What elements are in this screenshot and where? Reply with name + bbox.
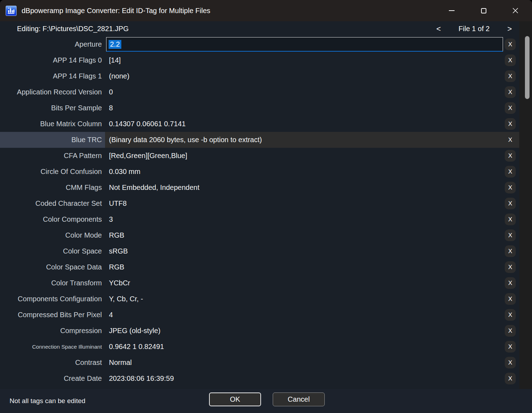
- clear-tag-button[interactable]: X: [505, 39, 516, 50]
- selected-input-text: 2.2: [109, 40, 121, 49]
- tag-value: 8: [109, 100, 503, 116]
- tag-label: Bits Per Sample: [0, 100, 105, 116]
- scrollbar-thumb[interactable]: [525, 36, 530, 99]
- tag-value: 0.14307 0.06061 0.7141: [109, 116, 503, 132]
- tag-label: Color Space Data: [0, 259, 105, 275]
- clear-tag-button[interactable]: X: [505, 134, 516, 146]
- tag-label: Connection Space Illuminant: [0, 339, 105, 355]
- clear-tag-button[interactable]: X: [505, 373, 516, 384]
- file-navigation: < File 1 of 2 >: [436, 25, 512, 33]
- tag-row: Color ModeRGBX: [0, 227, 519, 243]
- tag-row: Aperture2.2X: [0, 36, 519, 52]
- clear-tag-button[interactable]: X: [505, 182, 516, 193]
- clear-tag-button[interactable]: X: [505, 214, 516, 225]
- tag-row: Circle Of Confusion0.030 mmX: [0, 164, 519, 180]
- tag-row: Color Components3X: [0, 211, 519, 227]
- tag-value: (none): [109, 68, 503, 84]
- tag-label: Color Transform: [0, 275, 105, 291]
- clear-tag-button[interactable]: X: [505, 261, 516, 273]
- clear-tag-button[interactable]: X: [505, 325, 516, 337]
- window-title: dBpoweramp Image Converter: Edit ID-Tag …: [22, 7, 210, 15]
- tag-label: Coded Character Set: [0, 196, 105, 211]
- tag-label: Color Components: [0, 211, 105, 227]
- tag-value: YCbCr: [109, 275, 503, 291]
- tag-value: 2023:08:06 16:39:59: [109, 371, 503, 386]
- titlebar: dBpoweramp Image Converter: Edit ID-Tag …: [0, 0, 532, 21]
- editing-path: Editing: F:\Pictures\DSC_2821.JPG: [17, 25, 129, 33]
- tag-value: UTF8: [109, 196, 503, 211]
- tag-value: [14]: [109, 52, 503, 68]
- tag-row: APP 14 Flags 1(none)X: [0, 68, 519, 84]
- tag-value: RGB: [109, 227, 503, 243]
- tag-value: Not Embedded, Independent: [109, 180, 503, 196]
- tag-row: Color Space DataRGBX: [0, 259, 519, 275]
- clear-tag-button[interactable]: X: [505, 309, 516, 321]
- tag-value-input[interactable]: 2.2: [106, 37, 503, 52]
- tag-row: Compressed Bits Per Pixel4X: [0, 307, 519, 323]
- next-file-button[interactable]: >: [507, 25, 512, 33]
- clear-tag-button[interactable]: X: [505, 86, 516, 98]
- close-button[interactable]: [507, 0, 524, 21]
- clear-tag-button[interactable]: X: [505, 70, 516, 82]
- tag-row: ContrastNormalX: [0, 355, 519, 371]
- tag-row: Color TransformYCbCrX: [0, 275, 519, 291]
- tag-value: sRGB: [109, 243, 503, 259]
- tag-row: Color SpacesRGBX: [0, 243, 519, 259]
- tag-row: Create Date2023:08:06 16:39:59X: [0, 371, 519, 386]
- window-controls: [444, 0, 524, 21]
- clear-tag-button[interactable]: X: [505, 341, 516, 353]
- tag-row: CMM FlagsNot Embedded, IndependentX: [0, 180, 519, 196]
- tag-label: Contrast: [0, 355, 105, 371]
- maximize-button[interactable]: [475, 0, 492, 21]
- tag-value: 4: [109, 307, 503, 323]
- tag-label: Create Date: [0, 371, 105, 386]
- maximize-icon: [481, 8, 486, 13]
- app-icon: [6, 6, 17, 16]
- tag-row: CompressionJPEG (old-style)X: [0, 323, 519, 339]
- tag-row: Components ConfigurationY, Cb, Cr, -X: [0, 291, 519, 307]
- clear-tag-button[interactable]: X: [505, 102, 516, 114]
- tag-label: Application Record Version: [0, 84, 105, 100]
- tag-label: CFA Pattern: [0, 148, 105, 164]
- tag-label: APP 14 Flags 0: [0, 52, 105, 68]
- clear-tag-button[interactable]: X: [505, 150, 516, 162]
- clear-tag-button[interactable]: X: [505, 54, 516, 66]
- clear-tag-button[interactable]: X: [505, 277, 516, 289]
- tag-label: APP 14 Flags 1: [0, 68, 105, 84]
- file-counter: File 1 of 2: [458, 25, 490, 33]
- clear-tag-button[interactable]: X: [505, 245, 516, 257]
- tag-label: Blue TRC: [0, 132, 105, 148]
- tag-row: CFA Pattern[Red,Green][Green,Blue]X: [0, 148, 519, 164]
- clear-tag-button[interactable]: X: [505, 166, 516, 178]
- clear-tag-button[interactable]: X: [505, 357, 516, 368]
- tag-row: APP 14 Flags 0[14]X: [0, 52, 519, 68]
- tag-label: Compressed Bits Per Pixel: [0, 307, 105, 323]
- tag-value: 3: [109, 211, 503, 227]
- minimize-icon: [449, 10, 455, 11]
- app-window: dBpoweramp Image Converter: Edit ID-Tag …: [0, 0, 532, 413]
- clear-tag-button[interactable]: X: [505, 198, 516, 209]
- cancel-button[interactable]: Cancel: [273, 392, 325, 406]
- tag-value: 0.9642 1 0.82491: [109, 339, 503, 355]
- tag-value: RGB: [109, 259, 503, 275]
- editing-header: Editing: F:\Pictures\DSC_2821.JPG < File…: [0, 21, 519, 36]
- tag-list: Aperture2.2XAPP 14 Flags 0[14]XAPP 14 Fl…: [0, 36, 519, 386]
- ok-button[interactable]: OK: [209, 392, 261, 406]
- tag-label: Blue Matrix Column: [0, 116, 105, 132]
- tag-value: (Binary data 2060 bytes, use -b option t…: [109, 132, 503, 148]
- tag-row: Application Record Version0X: [0, 84, 519, 100]
- tag-value: [Red,Green][Green,Blue]: [109, 148, 503, 164]
- clear-tag-button[interactable]: X: [505, 293, 516, 305]
- tag-label: Compression: [0, 323, 105, 339]
- scrollbar-track[interactable]: [519, 21, 532, 389]
- tag-row: Coded Character SetUTF8X: [0, 196, 519, 211]
- tag-value: Normal: [109, 355, 503, 371]
- minimize-button[interactable]: [444, 0, 460, 21]
- previous-file-button[interactable]: <: [436, 25, 441, 33]
- footer-bar: Not all tags can be edited OK Cancel: [0, 389, 532, 413]
- tag-value: 0.030 mm: [109, 164, 503, 180]
- tag-label: Color Space: [0, 243, 105, 259]
- clear-tag-button[interactable]: X: [505, 229, 516, 241]
- tag-row: Blue Matrix Column0.14307 0.06061 0.7141…: [0, 116, 519, 132]
- clear-tag-button[interactable]: X: [505, 118, 516, 130]
